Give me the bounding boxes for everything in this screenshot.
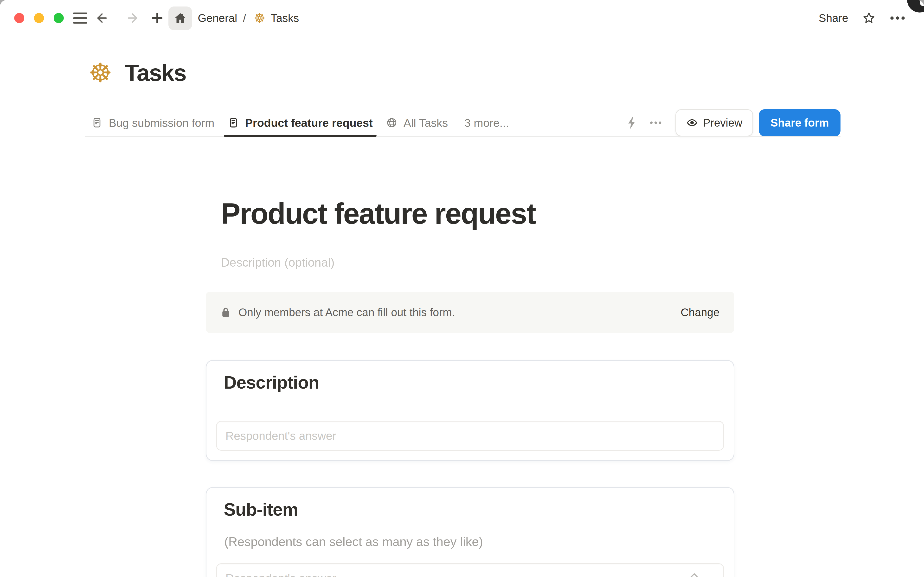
page-header: ☸ Tasks [89, 60, 186, 86]
tab-label: Product feature request [245, 116, 373, 129]
form-description-placeholder[interactable]: Description (optional) [221, 256, 335, 269]
description-answer-input[interactable] [216, 421, 724, 451]
arrow-right-icon [126, 11, 140, 25]
tab-label: Bug submission form [109, 116, 214, 129]
automations-button[interactable] [627, 116, 637, 129]
breadcrumb-page[interactable]: Tasks [271, 11, 299, 24]
breadcrumb-separator: / [243, 11, 246, 24]
corner-overlay [907, 0, 924, 13]
home-icon [174, 12, 187, 25]
question-card-sub-item: Sub-item (Respondents can select as many… [206, 487, 734, 577]
more-options-icon[interactable] [890, 11, 905, 25]
home-button[interactable] [169, 6, 192, 30]
arrow-left-icon [95, 11, 109, 25]
sidebar-menu-button[interactable] [72, 10, 88, 26]
page-title[interactable]: Tasks [125, 60, 186, 86]
tab-more-views[interactable]: 3 more... [455, 109, 516, 137]
new-tab-button[interactable] [150, 10, 165, 26]
share-form-button[interactable]: Share form [759, 109, 840, 137]
view-controls: Preview Share form [627, 109, 840, 137]
lightning-icon [627, 116, 637, 129]
question-label[interactable]: Sub-item [224, 499, 298, 520]
preview-button[interactable]: Preview [675, 109, 753, 137]
minimize-window-button[interactable] [34, 13, 44, 23]
question-card-description: Description [206, 360, 734, 461]
tab-bug-submission-form[interactable]: Bug submission form [85, 109, 221, 137]
close-window-button[interactable] [14, 13, 24, 23]
form-icon [228, 117, 239, 128]
page-emoji-icon: ☸ [254, 11, 265, 24]
chevron-up-icon[interactable] [689, 573, 699, 577]
globe-icon [386, 117, 397, 128]
breadcrumb-workspace[interactable]: General [198, 11, 237, 24]
share-button[interactable]: Share [819, 11, 848, 24]
tab-label: 3 more... [464, 116, 509, 129]
tab-label: All Tasks [404, 116, 448, 129]
plus-icon [150, 11, 164, 25]
lock-icon [221, 307, 231, 318]
notion-window: General / ☸ Tasks Share ☸ Tasks Bug subm… [0, 0, 924, 577]
hamburger-icon [73, 13, 87, 24]
question-hint: (Respondents can select as many as they … [224, 534, 483, 549]
window-topbar: General / ☸ Tasks Share [0, 0, 924, 36]
access-notice-text: Only members at Acme can fill out this f… [238, 306, 455, 319]
breadcrumb: General / ☸ Tasks [198, 0, 299, 36]
share-form-button-label: Share form [771, 116, 829, 129]
tab-all-tasks[interactable]: All Tasks [380, 109, 455, 137]
access-notice-bar: Only members at Acme can fill out this f… [206, 292, 734, 333]
forward-button[interactable] [125, 10, 140, 26]
preview-button-label: Preview [703, 116, 742, 129]
page-emoji-icon[interactable]: ☸ [89, 60, 113, 86]
topbar-actions: Share [819, 0, 905, 36]
tab-product-feature-request[interactable]: Product feature request [221, 109, 380, 137]
zoom-window-button[interactable] [54, 13, 64, 23]
sub-item-answer-input[interactable] [216, 563, 724, 577]
answer-field-wrap [216, 421, 724, 451]
eye-icon [686, 117, 698, 129]
favorite-star-icon[interactable] [862, 11, 876, 25]
change-access-button[interactable]: Change [681, 306, 720, 319]
question-label[interactable]: Description [224, 372, 319, 393]
back-button[interactable] [94, 10, 110, 26]
answer-field-wrap [216, 563, 724, 577]
form-title[interactable]: Product feature request [221, 197, 535, 230]
ellipsis-icon [649, 118, 662, 128]
view-options-button[interactable] [649, 118, 662, 128]
view-tabbar: Bug submission form Product feature requ… [85, 109, 840, 137]
form-icon [92, 117, 103, 128]
